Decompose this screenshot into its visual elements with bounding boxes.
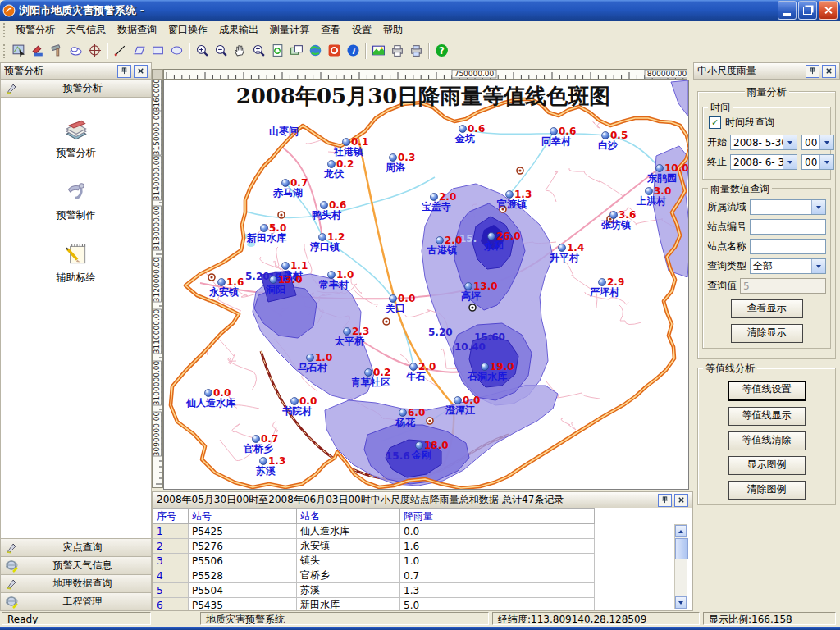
column-header[interactable]: 站号 xyxy=(189,509,297,524)
rectangle-icon[interactable] xyxy=(148,42,167,60)
column-header[interactable]: 站名 xyxy=(297,509,400,524)
tool-item-1[interactable]: 预警分析 xyxy=(57,116,96,160)
ellipse-icon[interactable] xyxy=(167,42,186,60)
map-select-icon[interactable] xyxy=(10,42,29,60)
zoom-in-icon[interactable] xyxy=(193,42,212,60)
query-value-input[interactable]: 5 xyxy=(740,278,826,294)
column-header[interactable]: 降雨量 xyxy=(400,509,595,524)
menu-item-1[interactable]: 预警分析 xyxy=(10,21,61,38)
query-type-select[interactable]: 全部 xyxy=(750,258,826,274)
column-header[interactable]: 序号 xyxy=(153,509,189,524)
table-row[interactable]: 2P5276永安镇1.6 xyxy=(153,539,595,554)
scrollbar-thumb[interactable] xyxy=(675,538,688,559)
zoom-out-icon[interactable] xyxy=(212,42,231,60)
menu-item-9[interactable]: 帮助 xyxy=(377,21,409,38)
table-cell: 1.6 xyxy=(400,539,595,554)
menu-drag-handle[interactable] xyxy=(2,22,6,37)
table-row[interactable]: 3P5506镇头1.0 xyxy=(153,554,595,568)
scroll-down-icon[interactable] xyxy=(675,596,687,609)
chevron-down-icon[interactable] xyxy=(819,155,833,169)
pan-icon[interactable] xyxy=(231,42,249,60)
menu-item-5[interactable]: 成果输出 xyxy=(213,21,264,38)
paint-icon[interactable] xyxy=(29,42,48,60)
start-date-select[interactable]: 2008- 5-30 xyxy=(730,135,797,150)
nav-bar-1[interactable]: 灾点查询 xyxy=(0,539,152,557)
pin-icon[interactable] xyxy=(117,65,131,78)
tool-item-2[interactable]: 预警制作 xyxy=(57,178,96,222)
nav-bar-3[interactable]: 地理数据查询 xyxy=(0,575,152,593)
menu-item-4[interactable]: 窗口操作 xyxy=(162,21,213,38)
basin-select[interactable] xyxy=(750,199,826,215)
basin-label: 所属流域 xyxy=(707,200,746,214)
minimize-button[interactable] xyxy=(778,1,797,20)
station-name: 书院村 xyxy=(282,405,312,417)
ruler-corner xyxy=(152,69,163,80)
clear-display-button[interactable]: 清除显示 xyxy=(731,324,803,343)
left-tools-area: 预警分析预警制作辅助标绘 xyxy=(0,98,152,539)
contour-button-4[interactable]: 显示图例 xyxy=(728,456,806,475)
info-icon[interactable]: i xyxy=(344,42,363,60)
table-header-row[interactable]: 序号站号站名降雨量 xyxy=(153,509,595,524)
table-scrollbar[interactable] xyxy=(674,524,687,609)
map-canvas[interactable]: 5.2010.4015.5.2015.6010.4015.6山枣闸0.1社港镇0… xyxy=(163,80,689,490)
chevron-down-icon[interactable] xyxy=(783,135,797,149)
menu-item-2[interactable]: 天气信息 xyxy=(61,21,112,38)
table-row[interactable]: 5P5504苏溪1.3 xyxy=(153,583,595,598)
polygon-icon[interactable] xyxy=(130,42,148,60)
print-icon[interactable] xyxy=(388,42,407,60)
nav-bar-4[interactable]: 工程管理 xyxy=(0,593,152,611)
zoom-center-icon[interactable] xyxy=(249,42,268,60)
chevron-down-icon[interactable] xyxy=(783,155,797,169)
compass-pen-icon xyxy=(6,82,19,95)
table-cell: P5504 xyxy=(189,583,297,598)
tool-item-3[interactable]: 辅助标绘 xyxy=(57,240,96,285)
print-preview-icon[interactable] xyxy=(407,42,426,60)
map-area: 750000.00800000.00 3160000.003150000.003… xyxy=(152,62,693,491)
close-icon[interactable] xyxy=(674,494,688,507)
toolbar-drag-handle[interactable] xyxy=(2,43,6,58)
chevron-down-icon[interactable] xyxy=(819,135,833,149)
station-name: 仙人造水库 xyxy=(185,397,236,409)
station-name: 苏溪 xyxy=(255,465,276,477)
station-name-input[interactable] xyxy=(750,239,826,254)
close-button[interactable] xyxy=(819,1,838,20)
crosshair-icon[interactable] xyxy=(85,42,104,60)
nav-bar-2[interactable]: 预警天气信息 xyxy=(0,557,152,575)
menu-item-7[interactable]: 查看 xyxy=(315,21,346,38)
scroll-up-icon[interactable] xyxy=(675,525,687,537)
contour-button-5[interactable]: 清除图例 xyxy=(728,481,806,500)
end-date-select[interactable]: 2008- 6- 3 xyxy=(730,154,797,170)
table-row[interactable]: 6P5435新田水库5.0 xyxy=(153,598,595,611)
show-display-button[interactable]: 查看显示 xyxy=(731,299,803,318)
restore-button[interactable] xyxy=(798,1,817,20)
pin-icon[interactable] xyxy=(658,494,672,507)
hammer-icon[interactable] xyxy=(48,42,66,60)
period-query-checkbox[interactable]: ✓ xyxy=(709,116,721,129)
help-icon[interactable]: ? xyxy=(432,42,451,60)
station-code-input[interactable] xyxy=(750,219,826,235)
globe-icon[interactable] xyxy=(306,42,325,60)
contour-button-2[interactable]: 等值线显示 xyxy=(728,407,806,426)
table-row[interactable]: 1P5425仙人造水库0.0 xyxy=(153,524,595,539)
contour-button-3[interactable]: 等值线清除 xyxy=(728,431,806,450)
table-row[interactable]: 4P5528官桥乡0.7 xyxy=(153,568,595,583)
refresh-icon[interactable] xyxy=(268,42,287,60)
menu-item-3[interactable]: 数据查询 xyxy=(112,21,162,38)
contour-analysis-group: 等值线分析 等值线设置等值线显示等值线清除显示图例清除图例 xyxy=(697,368,836,505)
pin-icon[interactable] xyxy=(806,65,819,78)
close-icon[interactable] xyxy=(134,65,148,78)
end-hour-select[interactable]: 00 xyxy=(801,154,834,170)
chevron-down-icon[interactable] xyxy=(811,200,825,214)
line-draw-icon[interactable] xyxy=(111,42,130,60)
start-hour-select[interactable]: 00 xyxy=(801,135,834,150)
chevron-down-icon[interactable] xyxy=(811,259,825,273)
cloud-icon[interactable] xyxy=(66,42,85,60)
contour-button-1[interactable]: 等值线设置 xyxy=(728,381,806,401)
close-icon[interactable] xyxy=(822,65,836,78)
stop-icon[interactable] xyxy=(325,42,344,60)
menu-item-6[interactable]: 测量计算 xyxy=(264,21,315,38)
copy-map-icon[interactable] xyxy=(287,42,306,60)
left-section-header[interactable]: 预警分析 xyxy=(0,80,152,98)
menu-item-8[interactable]: 设置 xyxy=(346,21,377,38)
legend-icon[interactable] xyxy=(369,42,388,60)
